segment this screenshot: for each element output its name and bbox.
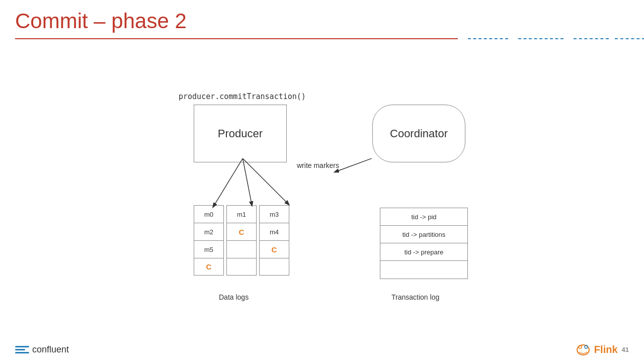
arrows-svg	[0, 44, 644, 336]
header-decoration	[15, 38, 629, 39]
log-cell: m0	[194, 205, 224, 223]
log-cell-empty	[226, 240, 257, 258]
log-cell-marker: C	[259, 240, 289, 258]
diagram: producer.commitTransaction() Producer Co…	[0, 44, 644, 336]
line-dashed-1	[468, 38, 508, 39]
tx-cell: tid -> partitions	[380, 226, 467, 243]
header: Commit – phase 2	[0, 0, 644, 39]
svg-line-2	[243, 158, 252, 206]
confluent-icon	[15, 344, 29, 354]
coordinator-box: Coordinator	[372, 105, 465, 162]
page-number: 41	[622, 346, 629, 353]
flink-icon	[574, 342, 592, 357]
log-cell: m3	[259, 205, 289, 223]
log-cell: m2	[194, 223, 224, 240]
line-dashed-3	[574, 38, 609, 39]
tx-cell-empty	[380, 261, 467, 279]
page-title: Commit – phase 2	[15, 9, 629, 33]
log-column-2: m1 C	[226, 205, 257, 276]
log-column-3: m3 m4 C	[259, 205, 289, 276]
line-dashed-4	[615, 38, 644, 39]
write-markers-label: write markers	[297, 161, 339, 169]
confluent-brand-label: confluent	[32, 344, 69, 355]
line-solid	[15, 38, 458, 39]
footer: confluent Flink 41	[0, 342, 644, 357]
flink-logo: Flink 41	[574, 342, 629, 357]
data-logs-label: Data logs	[219, 293, 249, 301]
log-cell: m4	[259, 223, 289, 240]
tx-cell: tid -> pid	[380, 208, 467, 226]
log-cell-marker: C	[226, 223, 257, 240]
svg-line-3	[243, 158, 289, 205]
log-cell: m1	[226, 205, 257, 223]
flink-brand-label: Flink	[594, 344, 618, 355]
log-cell: m5	[194, 240, 224, 258]
log-cell-empty	[259, 258, 289, 276]
data-logs: m0 m2 m5 C m1 C m3 m4 C	[194, 205, 292, 276]
svg-line-1	[213, 158, 243, 207]
producer-label: Producer	[218, 127, 263, 140]
log-cell-empty	[226, 258, 257, 276]
line-dashed-2	[518, 38, 564, 39]
confluent-logo: confluent	[15, 344, 69, 355]
svg-line-4	[335, 158, 371, 172]
producer-box: Producer	[194, 105, 287, 162]
coordinator-label: Coordinator	[390, 127, 448, 140]
log-column-1: m0 m2 m5 C	[194, 205, 224, 276]
log-cell-marker: C	[194, 258, 224, 276]
tx-log-label: Transaction log	[391, 293, 439, 301]
transaction-log: tid -> pid tid -> partitions tid -> prep…	[380, 208, 468, 279]
tx-cell: tid -> prepare	[380, 243, 467, 261]
commit-transaction-label: producer.commitTransaction()	[179, 92, 306, 101]
